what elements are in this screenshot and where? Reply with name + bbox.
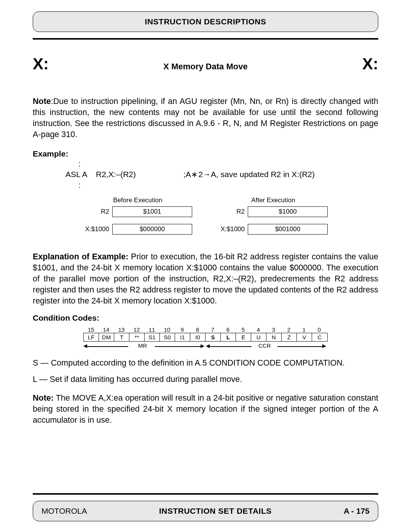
cc-bit-name: I1 xyxy=(175,333,190,341)
mem-value: $001000 xyxy=(248,224,328,235)
mnemonic-right: X: xyxy=(362,55,378,73)
cc-bit-number: 4 xyxy=(251,326,266,333)
note-label: Note xyxy=(33,97,51,106)
cc-bit-name: C xyxy=(312,333,327,341)
ccr-label: CCR xyxy=(258,342,271,349)
cc-arrows: MR CCR xyxy=(83,343,328,352)
mr-label: MR xyxy=(138,342,147,349)
cc-bit-number: 1 xyxy=(296,326,312,333)
cc-bit-number: 14 xyxy=(99,326,114,333)
arrow-head-icon xyxy=(201,344,204,348)
title-row: X: X Memory Data Move X: xyxy=(33,55,378,73)
cc-bit-name: DM xyxy=(99,333,114,341)
reg-label: R2 xyxy=(83,208,112,216)
cc-bit-name: E xyxy=(236,333,251,341)
divider-bottom xyxy=(33,493,378,495)
cc-line-s: S — Computed according to the definition… xyxy=(33,358,378,369)
footer-area: MOTOROLA INSTRUCTION SET DETAILS A - 175 xyxy=(33,493,378,521)
cc-bit-name: S xyxy=(206,333,221,341)
divider-top xyxy=(33,38,378,40)
cc-bit-name: U xyxy=(251,333,266,341)
asm-mnemonic: ASL A xyxy=(65,170,96,179)
cc-bit-name: Z xyxy=(282,333,297,341)
cc-line-l: L — Set if data limiting has occurred du… xyxy=(33,374,378,385)
cc-bit-number: 10 xyxy=(159,326,175,333)
footer-center: INSTRUCTION SET DETAILS xyxy=(159,506,272,516)
arrow-line xyxy=(86,346,128,347)
cc-bit-number: 5 xyxy=(236,326,251,333)
after-title: After Execution xyxy=(219,197,328,204)
header-title: INSTRUCTION DESCRIPTIONS xyxy=(145,17,266,26)
cc-bit-name: ** xyxy=(129,333,145,341)
note2-label: Note: xyxy=(33,393,54,403)
note2-paragraph: Note: The MOVE A,X:ea operation will res… xyxy=(33,393,378,426)
example-colon-1: : xyxy=(78,159,378,168)
footer-box: MOTOROLA INSTRUCTION SET DETAILS A - 175 xyxy=(33,501,378,521)
cc-bit-name: N xyxy=(266,333,282,341)
note2-text: The MOVE A,X:ea operation will result in… xyxy=(33,393,378,425)
cc-bit-name: L xyxy=(221,333,236,341)
table-row: X:$1000 $001000 xyxy=(219,224,328,235)
cc-table: 1514131211109876543210 LFDMT**S1S0I1I0SL… xyxy=(83,326,328,352)
note-text: :Due to instruction pipelining, if an AG… xyxy=(33,97,378,139)
cc-bit-number: 12 xyxy=(129,326,144,333)
table-row: R2 $1000 xyxy=(219,206,328,217)
asm-comment: ;A∗ 2→A, save updated R2 in X:(R2) xyxy=(183,170,378,179)
reg-value: $1000 xyxy=(248,206,328,217)
cc-bit-number: 11 xyxy=(144,326,159,333)
arrow-head-icon xyxy=(322,344,326,348)
arrow-line xyxy=(277,346,322,347)
instruction-name: X Memory Data Move xyxy=(163,62,247,72)
condition-codes-heading: Condition Codes: xyxy=(33,313,378,323)
asm-line: ASL A R2,X:–(R2) ;A∗ 2→A, save updated R… xyxy=(33,170,378,179)
note-paragraph: Note:Due to instruction pipelining, if a… xyxy=(33,96,378,140)
cc-bit-name: V xyxy=(297,333,312,341)
reg-value: $1001 xyxy=(112,206,192,217)
arrow-line xyxy=(210,346,252,347)
explanation-label: Explanation of Example: xyxy=(33,252,128,261)
cc-bit-name: I0 xyxy=(190,333,206,341)
cc-table-wrap: 1514131211109876543210 LFDMT**S1S0I1I0SL… xyxy=(33,326,378,352)
after-execution-col: After Execution R2 $1000 X:$1000 $001000 xyxy=(219,197,328,241)
cc-bit-number: 7 xyxy=(205,326,220,333)
cc-bit-number: 3 xyxy=(266,326,281,333)
cc-bit-number: 15 xyxy=(83,326,99,333)
page: INSTRUCTION DESCRIPTIONS X: X Memory Dat… xyxy=(0,0,411,532)
arrow-line xyxy=(155,346,201,347)
mem-label: X:$1000 xyxy=(219,225,248,233)
cc-bit-number: 9 xyxy=(175,326,190,333)
before-execution-col: Before Execution R2 $1001 X:$1000 $00000… xyxy=(83,197,192,241)
cc-bit-names: LFDMT**S1S0I1I0SLEUNZVC xyxy=(83,333,328,342)
footer-right: A - 175 xyxy=(344,506,370,516)
cc-bit-number: 8 xyxy=(190,326,205,333)
arrow-head-icon xyxy=(206,344,210,348)
footer-left: MOTOROLA xyxy=(41,506,87,516)
cc-bit-number: 6 xyxy=(220,326,236,333)
example-colon-2: : xyxy=(78,181,378,190)
cc-bit-name: LF xyxy=(84,333,99,341)
cc-bit-numbers: 1514131211109876543210 xyxy=(83,326,328,333)
explanation-paragraph: Explanation of Example: Prior to executi… xyxy=(33,251,378,307)
table-row: R2 $1001 xyxy=(83,206,192,217)
asm-operands: R2,X:–(R2) xyxy=(96,170,183,179)
cc-bit-name: T xyxy=(114,333,129,341)
table-row: X:$1000 $000000 xyxy=(83,224,192,235)
cc-bit-number: 2 xyxy=(281,326,296,333)
header-box: INSTRUCTION DESCRIPTIONS xyxy=(33,11,378,32)
before-title: Before Execution xyxy=(83,197,192,204)
mem-value: $000000 xyxy=(112,224,192,235)
cc-bit-name: S1 xyxy=(145,333,160,341)
cc-bit-number: 13 xyxy=(114,326,129,333)
cc-bit-name: S0 xyxy=(160,333,175,341)
execution-tables: Before Execution R2 $1001 X:$1000 $00000… xyxy=(33,197,378,241)
reg-label: R2 xyxy=(219,208,248,216)
example-heading: Example: xyxy=(33,149,378,158)
mnemonic-left: X: xyxy=(33,55,49,73)
cc-bit-number: 0 xyxy=(312,326,327,333)
mem-label: X:$1000 xyxy=(83,225,112,233)
